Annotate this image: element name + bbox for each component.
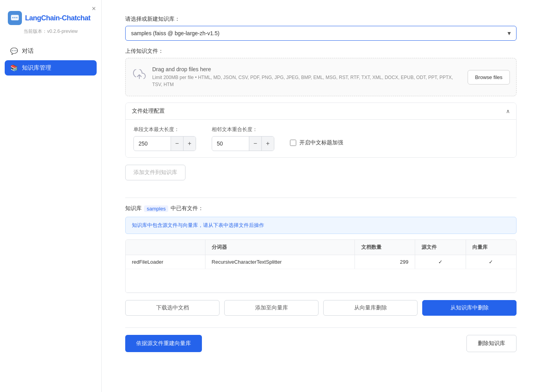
table-cell-col1: RecursiveCharacterTextSplitter	[205, 255, 355, 269]
rebuild-vector-button[interactable]: 依据源文件重建向量库	[125, 335, 202, 352]
maxlen-stepper: 250 − +	[133, 136, 196, 151]
add-vector-button[interactable]: 添加至向量库	[224, 300, 319, 316]
svg-point-2	[14, 17, 16, 18]
table-empty-row	[126, 269, 516, 293]
kb-files-table-wrapper: 分词器 文档数量 源文件 向量库 redFileLoader Recursive…	[125, 239, 517, 293]
table-cell-col0: redFileLoader	[126, 255, 205, 269]
chevron-up-icon: ∧	[506, 108, 510, 114]
table-header-row: 分词器 文档数量 源文件 向量库	[126, 240, 516, 255]
table-row[interactable]: redFileLoader RecursiveCharacterTextSpli…	[126, 255, 516, 269]
config-body: 单段文本最大长度： 250 − + 相邻文本重合长度： 50 − +	[126, 120, 516, 157]
logo-text: LangChain-Chatchat	[25, 14, 90, 22]
bottom-divider	[125, 327, 517, 328]
sidebar-item-chat[interactable]: 💬 对话	[5, 43, 97, 59]
delete-kb-file-button[interactable]: 从知识库中删除	[422, 300, 517, 316]
sidebar-item-kb-label: 知识库管理	[22, 64, 51, 72]
table-header-col2: 文档数量	[355, 240, 415, 255]
svg-point-3	[16, 17, 18, 18]
table-cell-col4: ✓	[466, 255, 516, 269]
table-cell-col2: 299	[355, 255, 415, 269]
field2-label: 相邻文本重合长度：	[212, 126, 274, 133]
upload-text-area: Drag and drop files here Limit 200MB per…	[152, 66, 462, 88]
overlap-stepper: 50 − +	[212, 136, 274, 151]
overlap-value: 50	[212, 137, 249, 150]
config-header[interactable]: 文件处理配置 ∧	[126, 103, 516, 120]
kb-select-wrapper: samples (faiss @ bge-large-zh-v1.5) ▼	[125, 26, 517, 41]
kb-files-label: 知识库 samples 中已有文件：	[125, 205, 517, 212]
kb-files-suffix: 中已有文件：	[171, 205, 203, 212]
table-header-col0	[126, 240, 205, 255]
chat-icon: 💬	[10, 47, 18, 55]
table-cell-col3: ✓	[415, 255, 466, 269]
config-box: 文件处理配置 ∧ 单段文本最大长度： 250 − + 相邻文本重合长度： 50	[125, 102, 517, 158]
kb-select[interactable]: samples (faiss @ bge-large-zh-v1.5)	[125, 26, 517, 41]
version-label: 当前版本：v0.2.6-preview	[0, 27, 101, 42]
bottom-row: 依据源文件重建向量库 删除知识库	[125, 335, 517, 352]
svg-point-1	[13, 17, 14, 18]
logo-area: LangChain-Chatchat	[0, 0, 101, 27]
kb-select-label: 请选择或新建知识库：	[125, 16, 517, 23]
cloud-upload-icon	[132, 69, 147, 85]
table-header-col1: 分词器	[205, 240, 355, 255]
field1-label: 单段文本最大长度：	[133, 126, 196, 133]
upload-area[interactable]: Drag and drop files here Limit 200MB per…	[125, 58, 517, 96]
config-field-maxlen: 单段文本最大长度： 250 − +	[133, 126, 196, 151]
action-buttons-row: 下载选中文档 添加至向量库 从向量库删除 从知识库中删除	[125, 300, 517, 316]
checkbox-label: 开启中文标题加强	[299, 139, 343, 146]
sidebar-item-chat-label: 对话	[22, 47, 34, 55]
overlap-plus-button[interactable]: +	[261, 137, 274, 151]
close-button[interactable]: ×	[92, 5, 96, 13]
kb-files-prefix: 知识库	[125, 205, 142, 212]
checkbox-row: 开启中文标题加强	[290, 139, 343, 146]
config-section-label: 文件处理配置	[132, 108, 165, 115]
overlap-minus-button[interactable]: −	[249, 137, 261, 151]
config-field-overlap: 相邻文本重合长度： 50 − +	[212, 126, 274, 151]
maxlen-minus-button[interactable]: −	[171, 137, 183, 151]
main-content: 请选择或新建知识库： samples (faiss @ bge-large-zh…	[102, 0, 540, 392]
add-to-kb-button[interactable]: 添加文件到知识库	[125, 165, 185, 180]
kb-files-table: 分词器 文档数量 源文件 向量库 redFileLoader Recursive…	[126, 240, 516, 293]
maxlen-plus-button[interactable]: +	[183, 137, 196, 151]
sidebar: × LangChain-Chatchat 当前版本：v0.2.6-preview…	[0, 0, 102, 392]
kb-name-badge: samples	[144, 205, 168, 212]
drag-text: Drag and drop files here	[152, 66, 462, 72]
table-header-col3: 源文件	[415, 240, 466, 255]
browse-files-button[interactable]: Browse files	[468, 70, 510, 85]
table-row-empty	[126, 269, 516, 293]
download-button[interactable]: 下载选中文档	[125, 300, 220, 316]
sidebar-item-kb[interactable]: 📚 知识库管理	[5, 60, 97, 76]
sidebar-nav: 💬 对话 📚 知识库管理	[0, 42, 101, 77]
maxlen-value: 250	[134, 137, 171, 150]
delete-kb-button[interactable]: 删除知识库	[466, 335, 517, 352]
limit-text: Limit 200MB per file • HTML, MD, JSON, C…	[152, 74, 462, 88]
table-header-col4: 向量库	[466, 240, 516, 255]
upload-label: 上传知识文件：	[125, 48, 517, 55]
info-banner: 知识库中包含源文件与向量库，请从下表中选择文件后操作	[125, 217, 517, 234]
chinese-title-checkbox[interactable]	[290, 140, 296, 146]
section-divider	[125, 198, 517, 198]
kb-icon: 📚	[10, 64, 18, 72]
logo-icon	[8, 11, 22, 25]
config-row: 单段文本最大长度： 250 − + 相邻文本重合长度： 50 − +	[133, 126, 508, 151]
remove-vector-button[interactable]: 从向量库删除	[323, 300, 418, 316]
